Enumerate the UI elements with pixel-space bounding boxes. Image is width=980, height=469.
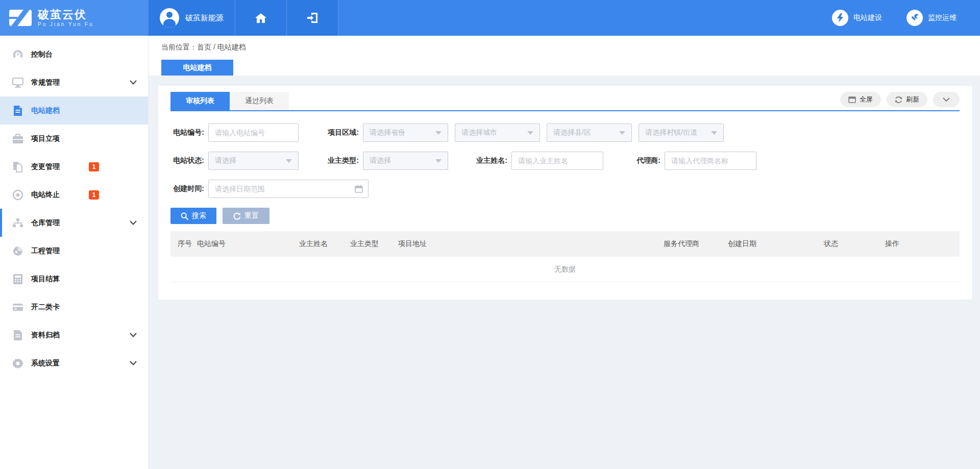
date-range-picker[interactable]: [208, 180, 369, 198]
province-select[interactable]: 请选择省份: [363, 124, 448, 142]
owner-type-label: 业主类型:: [325, 156, 359, 165]
sidebar: 控制台 常规管理 电站建档 项目立项: [0, 36, 149, 469]
breadcrumb-band: 当前位置：首页 / 电站建档 电站建档: [149, 36, 980, 76]
tab-review-list[interactable]: 审核列表: [170, 92, 230, 110]
results-table: 序号 电站编号 业主姓名 业主类型 项目地址 服务代理商 创建日期 状态 操作 …: [170, 231, 960, 282]
collapse-panel-button[interactable]: [933, 92, 960, 107]
tab-approved-list[interactable]: 通过列表: [230, 92, 289, 110]
form-actions: 搜索 重置: [170, 208, 960, 224]
brand-logo-icon: [9, 10, 32, 26]
chevron-down-icon: [130, 80, 137, 85]
col-project-address: 项目地址: [396, 239, 662, 249]
col-station-no: 电站编号: [195, 239, 297, 249]
calendar-icon: [355, 185, 363, 193]
nav-monitor-ops[interactable]: 监控运维: [906, 10, 957, 26]
caret-down-icon: [286, 159, 292, 163]
caret-down-icon: [711, 131, 717, 135]
search-button[interactable]: 搜索: [170, 208, 216, 224]
active-indicator: [0, 209, 2, 237]
sidebar-item-station-termination[interactable]: 电站终止 1: [0, 181, 148, 209]
station-no-input[interactable]: [208, 124, 299, 142]
top-header: 破茧云伏 Po Jian Yun Fu 破茧新能源 电站建设: [0, 0, 980, 36]
sidebar-item-label: 仓库管理: [31, 218, 60, 228]
user-menu[interactable]: 破茧新能源: [149, 0, 235, 36]
panel-tabs: 审核列表 通过列表 全屏 刷新: [170, 86, 960, 111]
caret-down-icon: [619, 131, 625, 135]
sidebar-item-engineering-mgmt[interactable]: 工程管理: [0, 237, 148, 265]
lightning-icon: [832, 10, 848, 26]
nav-station-build[interactable]: 电站建设: [832, 10, 882, 26]
sidebar-item-label: 项目立项: [31, 134, 60, 143]
chevron-down-icon: [943, 97, 950, 102]
created-time-label: 创建时间:: [170, 184, 204, 193]
agent-label: 代理商:: [632, 156, 660, 165]
sidebar-item-label: 电站建档: [31, 106, 60, 115]
col-owner-name: 业主姓名: [297, 239, 348, 249]
station-status-select[interactable]: 请选择: [208, 152, 299, 170]
sidebar-item-label: 控制台: [31, 50, 53, 59]
nav-monitor-ops-label: 监控运维: [928, 13, 957, 22]
table-empty-state: 无数据: [170, 257, 960, 282]
city-select[interactable]: 请选择城市: [455, 124, 540, 142]
breadcrumb: 当前位置：首页 / 电站建档: [161, 43, 980, 52]
town-select[interactable]: 请选择村镇/街道: [639, 124, 724, 142]
fullscreen-icon: [848, 96, 856, 103]
sidebar-item-system-settings[interactable]: 系统设置: [0, 349, 148, 377]
county-select[interactable]: 请选择县/区: [547, 124, 632, 142]
page-tab-station-filing[interactable]: 电站建档: [161, 60, 233, 76]
search-icon: [181, 212, 188, 220]
briefcase-icon: [12, 133, 23, 144]
archive-icon: [12, 330, 23, 341]
col-actions: 操作: [883, 239, 960, 249]
breadcrumb-path[interactable]: 首页 / 电站建档: [197, 43, 246, 51]
sidebar-item-open-type2-card[interactable]: 开二类卡: [0, 293, 148, 321]
col-status: 状态: [822, 239, 883, 249]
sidebar-item-label: 工程管理: [31, 246, 60, 256]
owner-type-select[interactable]: 请选择: [363, 152, 448, 170]
target-icon: [12, 189, 23, 201]
logout-button[interactable]: [287, 0, 338, 36]
panel-toolbar: 全屏 刷新: [840, 92, 960, 110]
sidebar-item-label: 开二类卡: [31, 303, 60, 312]
reset-button[interactable]: 重置: [223, 208, 270, 224]
station-status-label: 电站状态:: [170, 156, 204, 165]
content-card: 审核列表 通过列表 全屏 刷新: [158, 86, 972, 300]
sidebar-item-change-mgmt[interactable]: 变更管理 1: [0, 153, 148, 181]
chevron-down-icon: [130, 361, 137, 365]
chevron-down-icon: [130, 220, 137, 225]
sidebar-item-label: 电站终止: [31, 190, 60, 200]
sidebar-item-label: 项目结算: [31, 275, 60, 284]
user-name: 破茧新能源: [185, 13, 224, 23]
main-content: 当前位置：首页 / 电站建档 电站建档 审核列表 通过列表 全屏: [149, 36, 980, 469]
agent-input[interactable]: [665, 152, 756, 170]
sidebar-item-project-settlement[interactable]: 项目结算: [0, 265, 148, 293]
sidebar-item-console[interactable]: 控制台: [0, 40, 148, 68]
date-range-input[interactable]: [209, 180, 355, 198]
chevron-down-icon: [130, 333, 137, 337]
document-icon: [12, 105, 23, 116]
nav-station-build-label: 电站建设: [853, 13, 882, 22]
sitemap-icon: [12, 217, 23, 229]
sidebar-item-station-filing[interactable]: 电站建档: [0, 96, 148, 125]
sidebar-item-label: 系统设置: [31, 359, 60, 368]
home-button[interactable]: [235, 0, 287, 36]
sidebar-item-data-archive[interactable]: 资料归档: [0, 321, 148, 349]
brand-subtitle: Po Jian Yun Fu: [38, 21, 94, 27]
reset-icon: [233, 212, 241, 220]
wrench-icon: [906, 10, 923, 26]
filter-form: 电站编号: 项目区域: 请选择省份 请选择城市 请选择县/区 请选择村镇/街道: [170, 111, 960, 224]
sidebar-item-general-mgmt[interactable]: 常规管理: [0, 68, 148, 96]
pie-icon: [12, 245, 23, 257]
col-created-date: 创建日期: [726, 239, 822, 249]
table-header-row: 序号 电站编号 业主姓名 业主类型 项目地址 服务代理商 创建日期 状态 操作: [170, 231, 960, 257]
station-no-label: 电站编号:: [170, 128, 204, 137]
logout-icon: [306, 12, 318, 23]
col-owner-type: 业主类型: [348, 239, 396, 249]
owner-name-input[interactable]: [511, 152, 603, 170]
sidebar-item-project-initiation[interactable]: 项目立项: [0, 125, 148, 153]
station-termination-badge: 1: [89, 190, 99, 200]
fullscreen-button[interactable]: 全屏: [840, 92, 881, 107]
refresh-button[interactable]: 刷新: [887, 92, 927, 107]
sidebar-item-warehouse-mgmt[interactable]: 仓库管理: [0, 209, 148, 237]
sidebar-item-label: 变更管理: [31, 162, 60, 171]
